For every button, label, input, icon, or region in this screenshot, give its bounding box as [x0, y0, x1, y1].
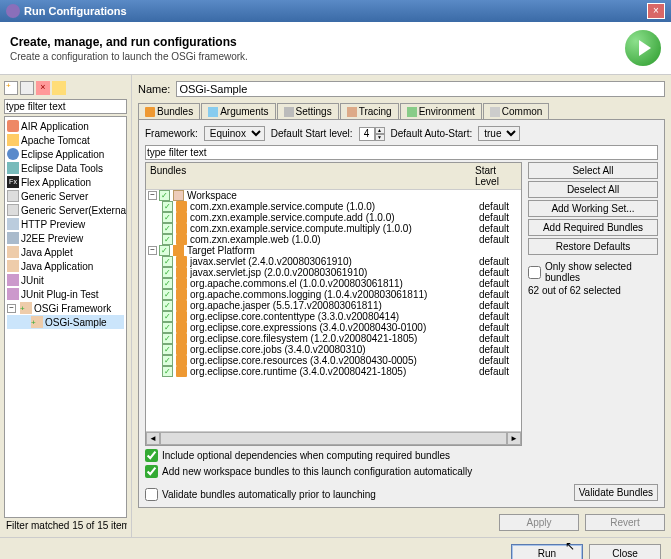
tree-item[interactable]: Eclipse Data Tools	[7, 161, 124, 175]
bundle-row[interactable]: javax.servlet (2.4.0.v200803061910)defau…	[146, 256, 521, 267]
validate-auto-checkbox[interactable]	[145, 488, 158, 501]
collapse-icon[interactable]: −	[148, 246, 157, 255]
bundle-row[interactable]: com.zxn.example.web (1.0.0)default	[146, 234, 521, 245]
duplicate-config-icon[interactable]	[20, 81, 34, 95]
bundle-row[interactable]: com.zxn.example.service.compute (1.0.0)d…	[146, 201, 521, 212]
bundle-start: default	[479, 267, 519, 278]
run-button[interactable]: Run	[511, 544, 583, 559]
tree-item[interactable]: Java Applet	[7, 245, 124, 259]
spinner-down-icon[interactable]: ▼	[375, 134, 385, 141]
new-config-icon[interactable]	[4, 81, 18, 95]
add-working-set-button[interactable]: Add Working Set...	[528, 200, 658, 217]
bundle-row[interactable]: org.eclipse.core.contenttype (3.3.0.v200…	[146, 311, 521, 322]
tab-settings[interactable]: Settings	[277, 103, 339, 119]
include-optional-label: Include optional dependencies when compu…	[162, 450, 450, 461]
only-show-checkbox[interactable]	[528, 266, 541, 279]
bundle-checkbox[interactable]	[159, 190, 170, 201]
tree-item-osgi-sample[interactable]: OSGi-Sample	[7, 315, 124, 329]
bundle-checkbox[interactable]	[162, 355, 173, 366]
tab-arguments[interactable]: Arguments	[201, 103, 275, 119]
bundle-start: default	[479, 256, 519, 267]
tab-bundles[interactable]: Bundles	[138, 103, 200, 119]
bundle-icon	[176, 234, 187, 245]
bundle-start: default	[479, 289, 519, 300]
close-window-button[interactable]: ×	[647, 3, 665, 19]
horizontal-scrollbar[interactable]: ◄►	[146, 431, 521, 445]
bundle-row[interactable]: org.eclipse.core.expressions (3.4.0.v200…	[146, 322, 521, 333]
bundle-checkbox[interactable]	[162, 322, 173, 333]
bundle-checkbox[interactable]	[162, 212, 173, 223]
bundle-row[interactable]: org.eclipse.core.filesystem (1.2.0.v2008…	[146, 333, 521, 344]
bundle-checkbox[interactable]	[162, 289, 173, 300]
close-button[interactable]: Close	[589, 544, 661, 559]
apply-button[interactable]: Apply	[499, 514, 579, 531]
tree-item[interactable]: Generic Server(External Launch)	[7, 203, 124, 217]
deselect-allbutton[interactable]: Deselect All	[528, 181, 658, 198]
bundle-row[interactable]: org.apache.commons.el (1.0.0.v2008030618…	[146, 278, 521, 289]
bundle-name: com.zxn.example.service.compute (1.0.0)	[190, 201, 479, 212]
tree-item[interactable]: Apache Tomcat	[7, 133, 124, 147]
delete-config-icon[interactable]: ×	[36, 81, 50, 95]
bundle-row[interactable]: −Target Platform	[146, 245, 521, 256]
validate-bundles-button[interactable]: Validate Bundles	[574, 484, 658, 501]
bundle-checkbox[interactable]	[162, 300, 173, 311]
bundle-checkbox[interactable]	[162, 344, 173, 355]
bundle-checkbox[interactable]	[162, 234, 173, 245]
bundle-icon	[176, 344, 187, 355]
bundle-checkbox[interactable]	[159, 245, 170, 256]
bundle-row[interactable]: org.apache.commons.logging (1.0.4.v20080…	[146, 289, 521, 300]
bundle-row[interactable]: com.zxn.example.service.compute.add (1.0…	[146, 212, 521, 223]
config-filter-input[interactable]	[4, 99, 127, 114]
tree-item[interactable]: AIR Application	[7, 119, 124, 133]
bundle-checkbox[interactable]	[162, 311, 173, 322]
revert-button[interactable]: Revert	[585, 514, 665, 531]
bundle-row[interactable]: −Workspace	[146, 190, 521, 201]
bundle-row[interactable]: org.eclipse.core.resources (3.4.0.v20080…	[146, 355, 521, 366]
bundle-list[interactable]: Bundles Start Level −Workspacecom.zxn.ex…	[145, 162, 522, 446]
tab-tracing[interactable]: Tracing	[340, 103, 399, 119]
include-optional-checkbox[interactable]	[145, 449, 158, 462]
bundle-name: org.eclipse.core.runtime (3.4.0.v2008042…	[190, 366, 479, 377]
add-workspace-checkbox[interactable]	[145, 465, 158, 478]
bundle-checkbox[interactable]	[162, 333, 173, 344]
collapse-icon[interactable]: −	[7, 304, 16, 313]
start-level-spinner[interactable]: ▲▼	[359, 127, 385, 141]
bundle-row[interactable]: org.eclipse.core.runtime (3.4.0.v2008042…	[146, 366, 521, 377]
tree-item[interactable]: HTTP Preview	[7, 217, 124, 231]
auto-start-label: Default Auto-Start:	[391, 128, 473, 139]
bundle-name: javax.servlet (2.4.0.v200803061910)	[190, 256, 479, 267]
bundle-row[interactable]: org.eclipse.core.jobs (3.4.0.v20080310)d…	[146, 344, 521, 355]
bundle-row[interactable]: javax.servlet.jsp (2.0.0.v200803061910)d…	[146, 267, 521, 278]
framework-select[interactable]: Equinox	[204, 126, 265, 141]
tab-environment[interactable]: Environment	[400, 103, 482, 119]
select-allbutton[interactable]: Select All	[528, 162, 658, 179]
bundle-checkbox[interactable]	[162, 366, 173, 377]
bundle-checkbox[interactable]	[162, 256, 173, 267]
tree-item[interactable]: Java Application	[7, 259, 124, 273]
tree-item-osgi[interactable]: −OSGi Framework	[7, 301, 124, 315]
tree-item[interactable]: Eclipse Application	[7, 147, 124, 161]
bundle-checkbox[interactable]	[162, 223, 173, 234]
tree-item[interactable]: FxFlex Application	[7, 175, 124, 189]
tab-common[interactable]: Common	[483, 103, 550, 119]
filter-config-icon[interactable]	[52, 81, 66, 95]
name-input[interactable]	[176, 81, 665, 97]
bundle-filter-input[interactable]	[145, 145, 658, 160]
tree-item-label: Java Application	[21, 261, 93, 272]
spinner-up-icon[interactable]: ▲	[375, 127, 385, 134]
bundle-checkbox[interactable]	[162, 278, 173, 289]
collapse-icon[interactable]: −	[148, 191, 157, 200]
tree-item[interactable]: JUnit Plug-in Test	[7, 287, 124, 301]
restore-defaultsbutton[interactable]: Restore Defaults	[528, 238, 658, 255]
add-required-bundlesbutton[interactable]: Add Required Bundles	[528, 219, 658, 236]
bundle-row[interactable]: org.apache.jasper (5.5.17.v200803061811)…	[146, 300, 521, 311]
tree-item[interactable]: Generic Server	[7, 189, 124, 203]
bundle-checkbox[interactable]	[162, 201, 173, 212]
filter-status: Filter matched 15 of 15 items	[4, 518, 127, 533]
tree-item[interactable]: JUnit	[7, 273, 124, 287]
config-tree[interactable]: AIR ApplicationApache TomcatEclipse Appl…	[4, 116, 127, 518]
bundle-checkbox[interactable]	[162, 267, 173, 278]
auto-start-select[interactable]: true	[478, 126, 520, 141]
tree-item[interactable]: J2EE Preview	[7, 231, 124, 245]
bundle-row[interactable]: com.zxn.example.service.compute.multiply…	[146, 223, 521, 234]
